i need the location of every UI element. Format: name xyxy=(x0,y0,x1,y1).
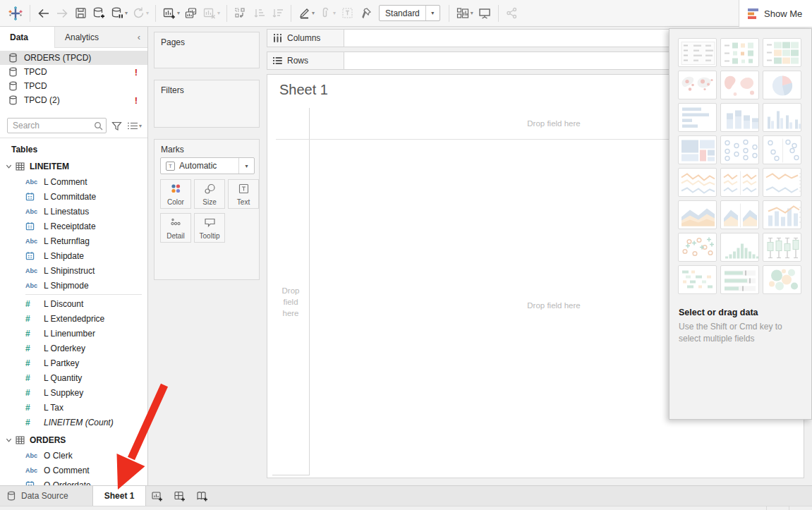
show-me-side-by-side-bars-tile[interactable] xyxy=(763,103,801,132)
chevron-down-icon[interactable] xyxy=(6,437,16,443)
swap-rows-columns-button[interactable] xyxy=(231,3,250,24)
mark-type-select[interactable]: T Automatic ▾ xyxy=(160,157,255,174)
data-source-item[interactable]: TPCD xyxy=(0,79,147,93)
field-item[interactable]: AbcO Clerk xyxy=(0,448,147,463)
field-item[interactable]: O Orderdate xyxy=(0,478,147,485)
clear-sheet-button[interactable]: ▾ xyxy=(200,3,222,24)
pages-shelf[interactable]: Pages xyxy=(154,32,260,68)
field-item[interactable]: #L Linenumber xyxy=(0,326,147,341)
show-me-box-and-whisker-tile[interactable] xyxy=(763,233,801,262)
sort-ascending-button[interactable] xyxy=(250,3,268,24)
show-me-symbol-map-tile[interactable] xyxy=(678,71,717,99)
sort-descending-button[interactable] xyxy=(268,3,286,24)
field-item[interactable]: #L Quantity xyxy=(0,370,147,385)
show-me-gantt-tile[interactable] xyxy=(678,265,717,294)
size-button[interactable]: Size xyxy=(194,179,225,209)
search-input[interactable] xyxy=(13,121,73,130)
field-item[interactable]: AbcL Shipinstruct xyxy=(0,263,147,278)
tab-sheet-1[interactable]: Sheet 1 xyxy=(92,486,147,506)
new-dashboard-tab-button[interactable] xyxy=(169,486,191,506)
drop-zone-left[interactable]: Drop field here xyxy=(272,285,309,319)
data-source-item[interactable]: ORDERS (TPCD) xyxy=(0,51,147,65)
caret-icon[interactable]: ▾ xyxy=(312,10,315,16)
save-button[interactable] xyxy=(71,3,90,24)
field-item[interactable]: #L Orderkey xyxy=(0,341,147,356)
share-button[interactable] xyxy=(503,3,521,24)
show-me-heat-map-tile[interactable] xyxy=(720,38,759,67)
caret-icon[interactable]: ▾ xyxy=(217,10,220,16)
show-me-pie-chart-tile[interactable] xyxy=(763,71,801,99)
highlight-button[interactable]: ▾ xyxy=(296,3,317,24)
redo-button[interactable] xyxy=(53,3,71,24)
caret-icon[interactable]: ▾ xyxy=(425,6,440,20)
field-item[interactable]: AbcL Linestatus xyxy=(0,204,147,219)
chevron-down-icon[interactable] xyxy=(6,164,16,169)
filters-shelf[interactable]: Filters xyxy=(154,80,260,128)
show-me-bullet-graph-tile[interactable] xyxy=(720,265,759,294)
collapse-pane-button[interactable]: ‹ xyxy=(131,27,147,48)
presentation-mode-button[interactable] xyxy=(475,3,494,24)
show-me-circle-views-tile[interactable] xyxy=(720,135,759,164)
show-me-treemap-tile[interactable] xyxy=(678,135,717,164)
field-item[interactable]: AbcO Comment xyxy=(0,463,147,478)
new-worksheet-tab-button[interactable] xyxy=(146,486,169,506)
tab-analytics[interactable]: Analytics xyxy=(55,27,131,48)
show-me-button[interactable]: Show Me xyxy=(739,0,812,28)
field-item[interactable]: AbcL Comment xyxy=(0,174,147,189)
refresh-button[interactable]: ▾ xyxy=(130,3,151,24)
field-item[interactable]: #LINEITEM (Count) xyxy=(0,415,147,430)
add-data-source-button[interactable] xyxy=(90,3,108,24)
caret-icon[interactable]: ▾ xyxy=(238,158,254,174)
field-item[interactable]: #L Tax xyxy=(0,400,147,415)
show-me-highlight-table-tile[interactable] xyxy=(763,38,801,67)
tab-data[interactable]: Data xyxy=(0,27,55,48)
view-size-select[interactable]: Standard ▾ xyxy=(379,5,440,21)
detail-button[interactable]: Detail xyxy=(160,213,191,243)
mark-labels-button[interactable] xyxy=(338,3,356,24)
table-group-header[interactable]: ORDERS xyxy=(0,432,147,448)
show-me-histogram-tile[interactable] xyxy=(720,233,759,262)
show-me-filled-map-tile[interactable] xyxy=(720,71,759,99)
group-members-button[interactable]: ▾ xyxy=(317,3,338,24)
tooltip-button[interactable]: Tooltip xyxy=(194,213,225,243)
caret-icon[interactable]: ▾ xyxy=(125,10,128,16)
show-me-side-by-side-circles-tile[interactable] xyxy=(763,135,801,164)
show-me-packed-bubbles-tile[interactable] xyxy=(763,265,801,294)
show-me-stacked-bars-tile[interactable] xyxy=(720,103,759,132)
new-story-tab-button[interactable] xyxy=(191,486,214,506)
data-source-item[interactable]: TPCD! xyxy=(0,65,147,79)
pause-auto-updates-button[interactable]: ▾ xyxy=(108,3,130,24)
search-box[interactable] xyxy=(7,118,107,133)
undo-button[interactable] xyxy=(35,3,53,24)
show-me-text-table-tile[interactable] xyxy=(678,38,717,67)
fit-view-button[interactable]: ▾ xyxy=(454,3,475,24)
show-me-discrete-lines-tile[interactable] xyxy=(720,168,759,197)
field-item[interactable]: AbcL Shipmode xyxy=(0,278,147,293)
show-me-horizontal-bars-tile[interactable] xyxy=(678,103,717,132)
view-options-button[interactable]: ▾ xyxy=(127,121,142,130)
field-item[interactable]: L Receiptdate xyxy=(0,219,147,233)
field-item[interactable]: #L Suppkey xyxy=(0,385,147,400)
field-item[interactable]: #L Extendedprice xyxy=(0,311,147,326)
show-me-continuous-lines-tile[interactable] xyxy=(678,168,717,197)
new-worksheet-button[interactable]: ▾ xyxy=(160,3,182,24)
show-me-area-chart-continuous-tile[interactable] xyxy=(678,200,717,229)
field-item[interactable]: AbcL Returnflag xyxy=(0,233,147,248)
caret-icon[interactable]: ▾ xyxy=(333,10,336,16)
duplicate-sheet-button[interactable] xyxy=(182,3,200,24)
caret-icon[interactable]: ▾ xyxy=(177,10,180,16)
table-group-header[interactable]: LINEITEM xyxy=(0,159,147,174)
show-me-area-chart-discrete-tile[interactable] xyxy=(720,200,759,229)
field-item[interactable]: #L Discount xyxy=(0,296,147,311)
tab-data-source[interactable]: Data Source xyxy=(0,486,92,506)
caret-icon[interactable]: ▾ xyxy=(146,10,149,16)
fix-axes-button[interactable] xyxy=(356,3,375,24)
text-button[interactable]: Text xyxy=(228,179,259,209)
show-me-dual-lines-tile[interactable] xyxy=(763,168,801,197)
data-source-item[interactable]: TPCD (2)! xyxy=(0,93,147,107)
field-item[interactable]: L Shipdate xyxy=(0,248,147,263)
color-button[interactable]: Color xyxy=(160,179,191,209)
caret-icon[interactable]: ▾ xyxy=(471,10,473,16)
caret-icon[interactable]: ▾ xyxy=(139,123,142,129)
show-me-scatter-plot-tile[interactable] xyxy=(678,233,717,262)
